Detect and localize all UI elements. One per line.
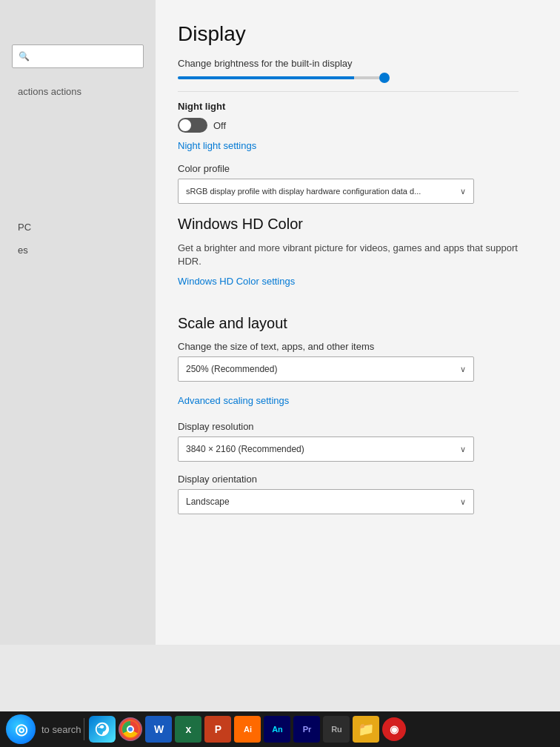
- night-light-toggle[interactable]: [178, 118, 207, 133]
- toggle-state-label: Off: [213, 120, 226, 131]
- color-profile-chevron: ∨: [460, 187, 466, 196]
- color-profile-value: sRGB display profile with display hardwa…: [186, 187, 460, 196]
- taskbar-red-app-icon[interactable]: ◉: [382, 717, 406, 741]
- resolution-dropdown[interactable]: 3840 × 2160 (Recommended) ∨: [178, 436, 474, 462]
- sidebar-item-pc: PC: [12, 219, 144, 236]
- taskbar-word-icon[interactable]: W: [145, 716, 172, 743]
- taskbar-folder-icon[interactable]: 📁: [353, 716, 379, 743]
- brightness-slider-container: [178, 76, 538, 79]
- scale-layout-title: Scale and layout: [178, 315, 538, 332]
- taskbar-powerpoint-icon[interactable]: P: [204, 716, 231, 743]
- color-profile-dropdown[interactable]: sRGB display profile with display hardwa…: [178, 179, 474, 204]
- night-light-settings-link[interactable]: Night light settings: [178, 140, 256, 151]
- sidebar: 🔍 actions actions PC es: [0, 0, 156, 645]
- sidebar-item-es: es: [12, 242, 144, 259]
- advanced-scaling-link[interactable]: Advanced scaling settings: [178, 395, 289, 406]
- taskbar-edge-icon[interactable]: [89, 716, 116, 743]
- resolution-chevron: ∨: [460, 445, 466, 454]
- main-content: Display Change brightness for the built-…: [156, 0, 560, 645]
- separator-1: [178, 91, 519, 92]
- hd-color-title: Windows HD Color: [178, 216, 538, 233]
- hd-color-description: Get a brighter and more vibrant picture …: [178, 242, 538, 268]
- resolution-value: 3840 × 2160 (Recommended): [186, 444, 304, 454]
- brightness-slider[interactable]: [178, 76, 385, 79]
- taskbar-excel-icon[interactable]: x: [175, 716, 201, 743]
- color-profile-label: Color profile: [178, 163, 538, 174]
- hd-color-settings-link[interactable]: Windows HD Color settings: [178, 276, 295, 287]
- taskbar-divider: [84, 718, 84, 740]
- search-icon: 🔍: [19, 51, 30, 62]
- orientation-dropdown[interactable]: Landscape ∨: [178, 489, 474, 514]
- size-value: 250% (Recommended): [186, 364, 277, 374]
- size-chevron: ∨: [460, 365, 466, 374]
- taskbar-chrome-icon[interactable]: [119, 717, 142, 741]
- resolution-label: Display resolution: [178, 421, 538, 432]
- orientation-chevron: ∨: [460, 497, 466, 507]
- taskbar-premiere-icon[interactable]: Pr: [293, 716, 320, 743]
- orientation-label: Display orientation: [178, 474, 538, 485]
- orientation-value: Landscape: [186, 497, 230, 507]
- night-light-label: Night light: [178, 101, 538, 112]
- taskbar-search-label: to search: [41, 724, 81, 735]
- brightness-slider-thumb[interactable]: [379, 73, 390, 83]
- size-dropdown[interactable]: 250% (Recommended) ∨: [178, 356, 474, 382]
- taskbar-illustrator-icon[interactable]: Ai: [234, 716, 261, 743]
- taskbar-rush-icon[interactable]: Ru: [323, 716, 350, 743]
- taskbar: ◎ to search W x P Ai An Pr Ru: [0, 711, 560, 747]
- sidebar-item-actions: actions actions: [12, 83, 144, 100]
- brightness-label: Change brightness for the built-in displ…: [178, 58, 538, 69]
- toggle-row: Off: [178, 118, 538, 133]
- toggle-thumb: [179, 119, 191, 131]
- page-title: Display: [178, 22, 538, 46]
- taskbar-animate-icon[interactable]: An: [264, 716, 290, 743]
- taskbar-cortana-icon[interactable]: ◎: [6, 714, 36, 744]
- sidebar-search-box[interactable]: 🔍: [12, 44, 144, 68]
- size-label: Change the size of text, apps, and other…: [178, 341, 538, 352]
